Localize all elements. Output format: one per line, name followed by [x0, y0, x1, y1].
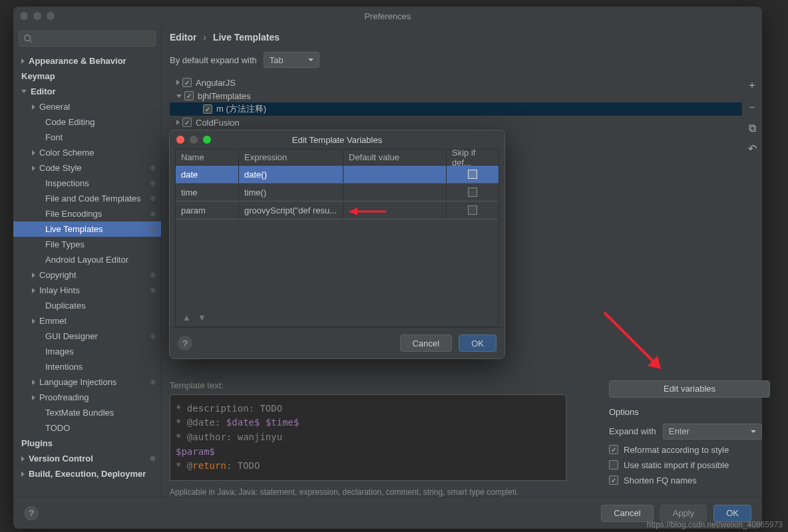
checkbox-icon[interactable] — [182, 78, 192, 87]
sidebar-item-label: Code Style — [39, 163, 82, 173]
checkbox-icon[interactable] — [468, 205, 477, 215]
cell-skip[interactable] — [447, 184, 498, 201]
th-expression[interactable]: Expression — [239, 150, 343, 166]
table-row[interactable]: timetime() — [176, 184, 498, 201]
search-input[interactable] — [19, 31, 156, 47]
breadcrumb-a[interactable]: Editor — [170, 32, 196, 43]
sidebar-item-version-control[interactable]: Version Control⊕ — [13, 451, 161, 466]
options-title: Options — [609, 407, 762, 417]
sidebar-item-code-editing[interactable]: Code Editing — [13, 114, 161, 130]
sidebar-item-todo[interactable]: TODO — [13, 420, 161, 436]
sidebar-item-emmet[interactable]: Emmet — [13, 313, 161, 329]
sidebar-item-build-execution-deploymer[interactable]: Build, Execution, Deploymer — [13, 466, 161, 481]
modal-titlebar: Edit Template Variables — [170, 130, 504, 149]
th-name[interactable]: Name — [176, 150, 239, 166]
revert-icon[interactable]: ↶ — [748, 142, 757, 155]
sidebar-item-images[interactable]: Images — [13, 344, 161, 359]
sidebar-item-file-encodings[interactable]: File Encodings⊕ — [13, 206, 161, 221]
edit-variables-button[interactable]: Edit variables — [609, 380, 770, 398]
sidebar-item-inlay-hints[interactable]: Inlay Hints⊕ — [13, 283, 161, 298]
default-expand-select[interactable]: Tab — [264, 52, 319, 68]
cell-expression[interactable]: time() — [239, 184, 343, 201]
close-icon[interactable] — [20, 12, 28, 20]
cell-name[interactable]: time — [176, 184, 239, 201]
table-row[interactable]: datedate() — [176, 166, 498, 184]
template-item[interactable]: bjhlTemplates — [170, 89, 742, 102]
modal-ok-button[interactable]: OK — [459, 334, 496, 352]
cell-skip[interactable] — [447, 201, 498, 219]
sidebar-item-proofreading[interactable]: Proofreading — [13, 390, 161, 405]
shorten-fq-checkbox[interactable]: Shorten FQ names — [609, 475, 762, 485]
checkbox-icon[interactable] — [203, 104, 212, 114]
th-default[interactable]: Default value — [343, 150, 447, 166]
sidebar-item-editor[interactable]: Editor — [13, 84, 161, 99]
minimize-icon[interactable] — [33, 12, 41, 20]
cell-default[interactable] — [343, 166, 447, 183]
cancel-button[interactable]: Cancel — [601, 505, 653, 522]
checkbox-icon[interactable] — [184, 91, 194, 100]
sidebar-item-label: Emmet — [39, 316, 67, 326]
arrow-icon — [21, 471, 25, 477]
reformat-checkbox[interactable]: Reformat according to style — [609, 445, 762, 455]
sidebar-item-textmate-bundles[interactable]: TextMate Bundles — [13, 405, 161, 420]
zoom-icon[interactable] — [203, 136, 211, 144]
move-up-icon[interactable]: ▲ — [182, 313, 191, 323]
modal-cancel-button[interactable]: Cancel — [400, 334, 452, 352]
close-icon[interactable] — [176, 136, 184, 144]
table-header: Name Expression Default value Skip if de… — [176, 150, 498, 166]
help-icon[interactable]: ? — [24, 506, 39, 521]
cell-skip[interactable] — [447, 166, 498, 183]
sidebar-item-duplicates[interactable]: Duplicates — [13, 298, 161, 313]
sidebar-item-file-types[interactable]: File Types — [13, 237, 161, 252]
sidebar-item-file-and-code-templates[interactable]: File and Code Templates⊕ — [13, 191, 161, 206]
sidebar-item-general[interactable]: General — [13, 99, 161, 114]
sidebar-item-copyright[interactable]: Copyright⊕ — [13, 267, 161, 283]
cell-expression[interactable]: date() — [239, 166, 343, 183]
sidebar-item-label: Appearance & Behavior — [29, 56, 126, 66]
sidebar-item-intentions[interactable]: Intentions — [13, 359, 161, 374]
template-item[interactable]: AngularJS — [170, 76, 742, 89]
apply-button[interactable]: Apply — [660, 505, 707, 522]
arrow-icon — [21, 456, 25, 462]
cell-expression[interactable]: groovyScript("def resu... — [239, 201, 343, 219]
sidebar-item-live-templates[interactable]: Live Templates⊕ — [13, 221, 161, 237]
zoom-icon[interactable] — [47, 12, 55, 20]
sidebar-item-label: Plugins — [21, 438, 53, 448]
sidebar-item-gui-designer[interactable]: GUI Designer⊕ — [13, 329, 161, 344]
checkbox-icon[interactable] — [468, 170, 477, 179]
template-text-editor[interactable]: * description: TODO * @date: $date$ $tim… — [170, 394, 566, 481]
cell-default[interactable] — [343, 201, 447, 219]
sidebar-tree: Appearance & BehaviorKeymapEditorGeneral… — [13, 52, 161, 497]
sidebar-item-inspections[interactable]: Inspections⊕ — [13, 176, 161, 191]
static-import-checkbox[interactable]: Use static import if possible — [609, 460, 762, 470]
checkbox-icon — [609, 445, 618, 454]
ok-button[interactable]: OK — [713, 505, 751, 522]
expand-with-row: Expand with Enter — [609, 424, 762, 440]
expand-with-select[interactable]: Enter — [663, 424, 762, 440]
sidebar-item-keymap[interactable]: Keymap — [13, 68, 161, 84]
help-icon[interactable]: ? — [178, 336, 192, 350]
checkbox-icon[interactable] — [182, 118, 192, 127]
sidebar-item-appearance-behavior[interactable]: Appearance & Behavior — [13, 53, 161, 68]
sidebar-item-font[interactable]: Font — [13, 130, 161, 145]
move-down-icon[interactable]: ▼ — [198, 313, 206, 323]
remove-icon[interactable]: － — [747, 100, 757, 114]
sidebar-item-language-injections[interactable]: Language Injections⊕ — [13, 374, 161, 390]
template-item[interactable]: ColdFusion — [170, 116, 742, 129]
sidebar-item-color-scheme[interactable]: Color Scheme — [13, 145, 161, 160]
sidebar-item-label: TODO — [45, 423, 70, 433]
applicable-text[interactable]: Applicable in Java; Java: statement, exp… — [170, 487, 597, 497]
cell-default[interactable] — [343, 184, 447, 201]
sidebar-item-plugins[interactable]: Plugins — [13, 436, 161, 451]
checkbox-icon[interactable] — [468, 188, 477, 197]
cell-name[interactable]: param — [176, 201, 239, 219]
add-icon[interactable]: ＋ — [747, 78, 757, 92]
copy-icon[interactable]: ⧉ — [749, 122, 756, 134]
cell-name[interactable]: date — [176, 166, 239, 183]
sidebar-item-android-layout-editor[interactable]: Android Layout Editor — [13, 252, 161, 267]
th-skip[interactable]: Skip if def... — [447, 150, 498, 166]
table-row[interactable]: paramgroovyScript("def resu... — [176, 201, 498, 219]
checkbox-icon — [609, 460, 618, 469]
sidebar-item-code-style[interactable]: Code Style⊕ — [13, 160, 161, 176]
template-item[interactable]: m (方法注释) — [170, 102, 742, 116]
